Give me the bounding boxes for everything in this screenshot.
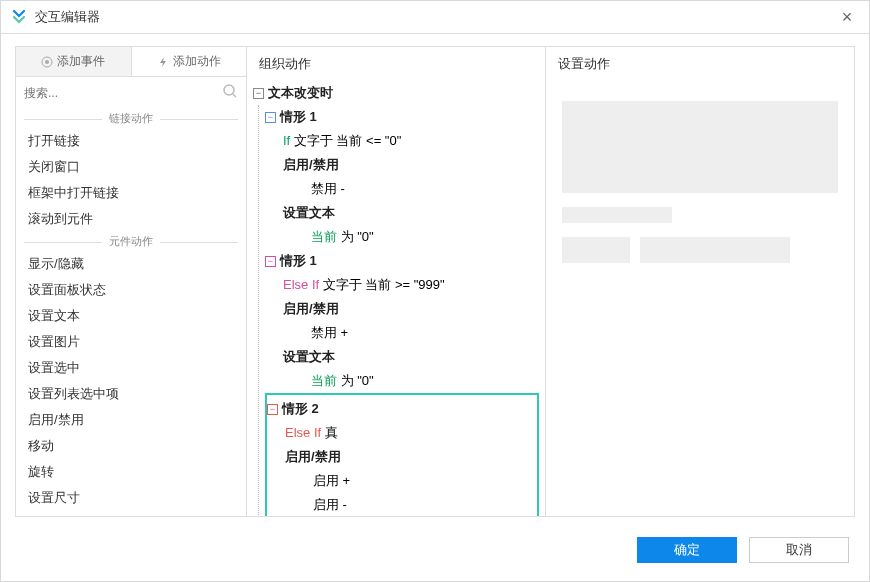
tree-action[interactable]: 启用/禁用 — [265, 153, 539, 177]
svg-point-2 — [224, 85, 234, 95]
action-list-item[interactable]: 旋转 — [16, 459, 246, 485]
tree-action[interactable]: 设置文本 — [265, 345, 539, 369]
collapse-icon[interactable]: − — [267, 404, 278, 415]
tab-add-event[interactable]: 添加事件 — [16, 47, 132, 76]
tree-action-value[interactable]: 当前 为 "0" — [265, 369, 539, 393]
tab-add-action[interactable]: 添加动作 — [132, 47, 247, 76]
target-icon — [41, 56, 53, 68]
section-header: 链接动作 — [16, 111, 246, 126]
lightning-icon — [157, 56, 169, 68]
organize-panel: 组织动作 − 文本改变时 − 情形 1 If 文字于 当前 <= "0" 启用/… — [247, 46, 545, 517]
action-list-item[interactable]: 框架中打开链接 — [16, 180, 246, 206]
tree-action-value[interactable]: 禁用 - — [265, 177, 539, 201]
collapse-icon[interactable]: − — [265, 112, 276, 123]
action-list-item[interactable]: 设置选中 — [16, 355, 246, 381]
tree-case[interactable]: − 情形 1 — [265, 249, 539, 273]
organize-header: 组织动作 — [247, 47, 545, 81]
action-list-item[interactable]: 置于顶层/底层 — [16, 511, 246, 516]
tree-action-value[interactable]: 当前 为 "0" — [265, 225, 539, 249]
search-icon — [222, 83, 238, 103]
svg-line-3 — [233, 94, 236, 97]
action-list-item[interactable]: 移动 — [16, 433, 246, 459]
app-logo-icon — [11, 9, 27, 25]
collapse-icon[interactable]: − — [253, 88, 264, 99]
tree-action-value[interactable]: 禁用 + — [265, 321, 539, 345]
collapse-icon[interactable]: − — [265, 256, 276, 267]
tree-action[interactable]: 启用/禁用 — [265, 297, 539, 321]
section-header: 元件动作 — [16, 234, 246, 249]
tree-action[interactable]: 启用/禁用 — [267, 445, 537, 469]
configure-panel: 设置动作 — [545, 46, 855, 517]
action-list-item[interactable]: 滚动到元件 — [16, 206, 246, 232]
actions-panel: 添加事件 添加动作 链接动作打开链接关闭窗口框架中打开链接滚动到元件元件动作显示… — [15, 46, 247, 517]
tree-action[interactable]: 设置文本 — [265, 201, 539, 225]
tree-action-value[interactable]: 启用 - — [267, 493, 537, 517]
action-list-item[interactable]: 设置图片 — [16, 329, 246, 355]
action-list-item[interactable]: 设置尺寸 — [16, 485, 246, 511]
action-list-item[interactable]: 设置面板状态 — [16, 277, 246, 303]
tree-condition[interactable]: Else If 真 — [267, 421, 537, 445]
cancel-button[interactable]: 取消 — [749, 537, 849, 563]
placeholder-small — [562, 237, 630, 263]
placeholder-line — [562, 207, 672, 223]
action-list-item[interactable]: 打开链接 — [16, 128, 246, 154]
tree-case[interactable]: − 情形 1 — [265, 105, 539, 129]
tree-event[interactable]: − 文本改变时 — [253, 81, 539, 105]
search-input[interactable] — [24, 86, 222, 100]
ok-button[interactable]: 确定 — [637, 537, 737, 563]
close-button[interactable]: × — [835, 7, 859, 28]
tree-case-selected[interactable]: −情形 2 Else If 真 启用/禁用 启用 + 启用 - — [265, 393, 539, 517]
tree-action-value[interactable]: 启用 + — [267, 469, 537, 493]
action-list-item[interactable]: 显示/隐藏 — [16, 251, 246, 277]
action-list-item[interactable]: 启用/禁用 — [16, 407, 246, 433]
action-list-item[interactable]: 设置列表选中项 — [16, 381, 246, 407]
tree-condition[interactable]: If 文字于 当前 <= "0" — [265, 129, 539, 153]
action-list-item[interactable]: 关闭窗口 — [16, 154, 246, 180]
placeholder-block — [562, 101, 838, 193]
tree-condition[interactable]: Else If 文字于 当前 >= "999" — [265, 273, 539, 297]
configure-header: 设置动作 — [546, 47, 854, 81]
titlebar: 交互编辑器 × — [1, 1, 869, 33]
window-title: 交互编辑器 — [35, 8, 100, 26]
placeholder-small — [640, 237, 790, 263]
svg-point-1 — [45, 60, 49, 64]
action-list-item[interactable]: 设置文本 — [16, 303, 246, 329]
action-tree: − 文本改变时 − 情形 1 If 文字于 当前 <= "0" 启用/禁用 禁用… — [247, 81, 545, 517]
